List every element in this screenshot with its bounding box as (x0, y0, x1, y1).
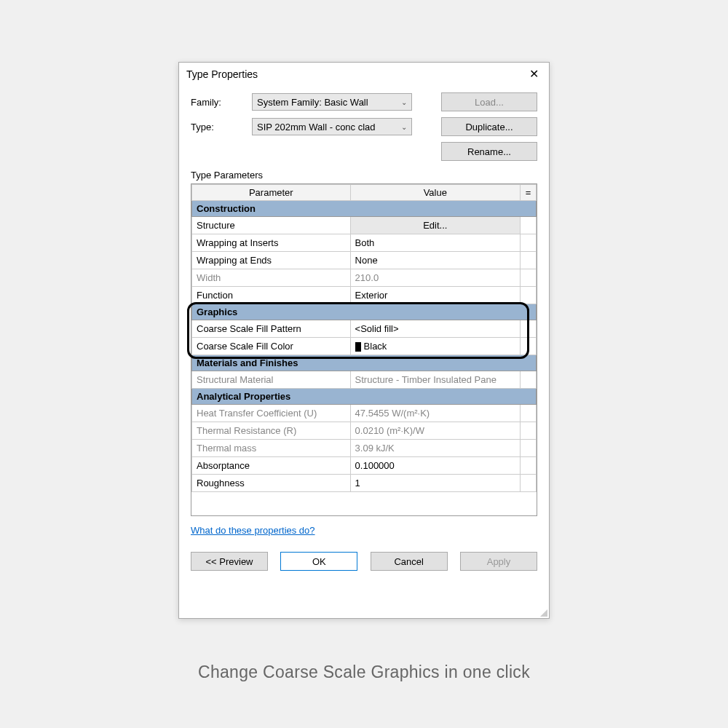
preview-button[interactable]: << Preview (191, 552, 268, 571)
equals-cell (521, 338, 537, 355)
rename-button[interactable]: Rename... (441, 142, 537, 161)
equals-cell (521, 287, 537, 304)
table-row: Coarse Scale Fill Pattern<Solid fill> (192, 320, 537, 338)
titlebar: Type Properties ✕ (179, 63, 549, 85)
param-cell: Coarse Scale Fill Color (192, 338, 351, 355)
table-row: Width210.0 (192, 269, 537, 287)
duplicate-button[interactable]: Duplicate... (441, 117, 537, 136)
equals-cell (521, 217, 537, 234)
param-cell: Structure (192, 217, 351, 234)
param-cell: Heat Transfer Coefficient (U) (192, 405, 351, 422)
resize-grip-icon[interactable] (539, 608, 547, 617)
equals-cell (521, 320, 537, 338)
param-cell: Structural Material (192, 371, 351, 389)
param-cell: Absorptance (192, 457, 351, 475)
group-header[interactable]: Construction (192, 201, 537, 217)
color-swatch-icon (355, 342, 361, 352)
value-cell[interactable]: Exterior (350, 287, 520, 304)
param-cell: Wrapping at Inserts (192, 234, 351, 252)
value-cell[interactable]: Edit... (350, 217, 520, 234)
param-cell: Width (192, 269, 351, 287)
table-row: Roughness1 (192, 475, 537, 492)
value-cell[interactable]: 0.0210 (m²·K)/W (350, 422, 520, 440)
type-parameters-label: Type Parameters (191, 170, 537, 181)
table-row: Absorptance0.100000 (192, 457, 537, 475)
chevron-down-icon: ⌄ (401, 98, 407, 106)
type-value: SIP 202mm Wall - conc clad (257, 122, 376, 132)
param-cell: Roughness (192, 475, 351, 492)
table-row: Structural MaterialStructure - Timber In… (192, 371, 537, 389)
cancel-button[interactable]: Cancel (371, 552, 448, 571)
param-cell: Coarse Scale Fill Pattern (192, 320, 351, 338)
load-button[interactable]: Load... (441, 92, 537, 111)
value-cell[interactable]: Both (350, 234, 520, 252)
value-cell[interactable]: None (350, 252, 520, 269)
group-header[interactable]: Analytical Properties (192, 389, 537, 405)
table-row: Wrapping at InsertsBoth (192, 234, 537, 252)
value-cell[interactable]: <Solid fill> (350, 320, 520, 338)
value-cell[interactable]: 1 (350, 475, 520, 492)
value-cell[interactable]: 210.0 (350, 269, 520, 287)
equals-cell (521, 457, 537, 475)
group-header[interactable]: Graphics (192, 304, 537, 320)
type-select[interactable]: SIP 202mm Wall - conc clad ⌄ (252, 118, 412, 135)
ok-button[interactable]: OK (280, 552, 357, 571)
col-parameter: Parameter (192, 185, 351, 201)
chevron-down-icon: ⌄ (401, 123, 407, 131)
equals-cell (521, 405, 537, 422)
table-row: Heat Transfer Coefficient (U)47.5455 W/(… (192, 405, 537, 422)
value-cell[interactable]: Structure - Timber Insulated Pane (350, 371, 520, 389)
family-select[interactable]: System Family: Basic Wall ⌄ (252, 93, 412, 111)
value-cell[interactable]: Black (350, 338, 520, 355)
family-value: System Family: Basic Wall (257, 97, 368, 108)
type-label: Type: (191, 122, 252, 132)
equals-cell (521, 252, 537, 269)
col-equals: = (521, 185, 537, 201)
equals-cell (521, 440, 537, 457)
parameters-table: Parameter Value = ConstructionStructureE… (191, 184, 537, 492)
param-cell: Function (192, 287, 351, 304)
table-row: StructureEdit... (192, 217, 537, 234)
help-link[interactable]: What do these properties do? (191, 525, 315, 536)
param-cell: Thermal mass (192, 440, 351, 457)
family-label: Family: (191, 97, 252, 108)
value-cell[interactable]: 47.5455 W/(m²·K) (350, 405, 520, 422)
parameters-scroll[interactable]: Parameter Value = ConstructionStructureE… (191, 184, 537, 515)
equals-cell (521, 371, 537, 389)
table-row: FunctionExterior (192, 287, 537, 304)
value-cell[interactable]: 0.100000 (350, 457, 520, 475)
equals-cell (521, 269, 537, 287)
col-value: Value (350, 185, 520, 201)
table-row: Coarse Scale Fill ColorBlack (192, 338, 537, 355)
param-cell: Wrapping at Ends (192, 252, 351, 269)
close-icon[interactable]: ✕ (526, 67, 542, 81)
param-cell: Thermal Resistance (R) (192, 422, 351, 440)
equals-cell (521, 475, 537, 492)
table-row: Wrapping at EndsNone (192, 252, 537, 269)
dialog-title: Type Properties (186, 68, 258, 80)
table-row: Thermal Resistance (R)0.0210 (m²·K)/W (192, 422, 537, 440)
value-cell[interactable]: 3.09 kJ/K (350, 440, 520, 457)
apply-button[interactable]: Apply (460, 552, 537, 571)
group-header[interactable]: Materials and Finishes (192, 355, 537, 371)
caption-text: Change Coarse Scale Graphics in one clic… (0, 662, 728, 682)
parameters-table-container: Parameter Value = ConstructionStructureE… (191, 183, 537, 516)
equals-cell (521, 422, 537, 440)
equals-cell (521, 234, 537, 252)
table-row: Thermal mass3.09 kJ/K (192, 440, 537, 457)
type-properties-dialog: Type Properties ✕ Family: System Family:… (178, 62, 550, 619)
